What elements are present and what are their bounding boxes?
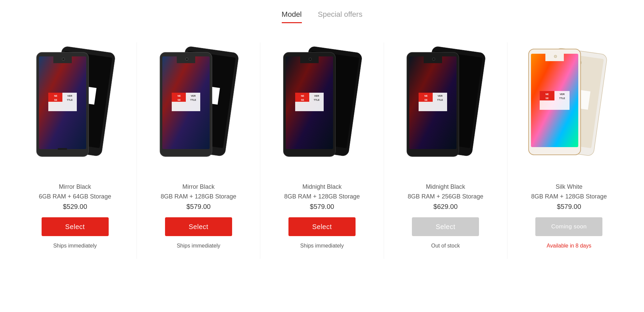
product-status-5: Available in 8 days — [547, 243, 591, 249]
svg-point-18 — [62, 58, 65, 60]
svg-text:TTLE: TTLE — [190, 99, 196, 101]
product-price-1: $529.00 — [63, 203, 87, 211]
svg-text:VER: VER — [191, 95, 196, 97]
svg-text:SE: SE — [301, 99, 304, 101]
tab-model[interactable]: Model — [282, 10, 302, 22]
svg-text:SE: SE — [177, 99, 181, 101]
select-button-2[interactable]: Select — [165, 217, 232, 236]
product-status-1: Ships immediately — [53, 243, 97, 249]
svg-text:SE: SE — [425, 99, 428, 101]
svg-text:NE: NE — [177, 95, 181, 97]
tabs: Model Special offers — [282, 10, 363, 22]
product-card-5: NE SE VER TTLE Silk White 8GB RAM + 128G… — [507, 42, 631, 259]
product-image-5: NE SE VER TTLE — [514, 42, 624, 177]
product-status-4: Out of stock — [431, 243, 460, 249]
product-storage-1: 6GB RAM + 64GB Storage — [39, 193, 111, 200]
product-card-4: NE SE VER TTLE Midnight Black 8GB RAM + … — [384, 42, 507, 259]
svg-text:VER: VER — [438, 95, 442, 97]
product-name-3: Midnight Black — [302, 183, 341, 190]
svg-text:NE: NE — [301, 95, 304, 97]
product-price-5: $579.00 — [557, 203, 581, 211]
svg-text:NE: NE — [546, 93, 549, 95]
svg-point-44 — [309, 58, 312, 60]
svg-point-77 — [554, 55, 557, 58]
product-name-1: Mirror Black — [59, 183, 91, 190]
product-image-1: NEVER SETTLE NE SE — [20, 42, 130, 177]
product-storage-2: 8GB RAM + 128GB Storage — [161, 193, 236, 200]
svg-text:SE: SE — [54, 99, 57, 101]
products-grid: NEVER SETTLE NE SE — [13, 42, 631, 259]
svg-text:VER: VER — [314, 95, 319, 97]
select-button-4: Select — [412, 217, 479, 236]
svg-text:NE: NE — [54, 95, 57, 97]
product-status-3: Ships immediately — [300, 243, 344, 249]
svg-point-32 — [185, 58, 188, 60]
svg-text:TTLE: TTLE — [67, 99, 73, 101]
svg-rect-17 — [58, 148, 67, 150]
tab-special-offers[interactable]: Special offers — [318, 10, 363, 22]
svg-text:SE: SE — [546, 97, 549, 99]
product-card-3: NE SE VER TTLE Midnight Black 8GB RAM + … — [260, 42, 384, 259]
product-storage-5: 8GB RAM + 128GB Storage — [531, 193, 607, 200]
product-storage-3: 8GB RAM + 128GB Storage — [284, 193, 360, 200]
product-name-5: Silk White — [555, 183, 582, 190]
product-price-4: $629.00 — [433, 203, 458, 211]
product-image-2: NE SE VER TTLE — [144, 42, 253, 177]
product-name-4: Midnight Black — [426, 183, 465, 190]
product-status-2: Ships immediately — [177, 243, 220, 249]
svg-text:VER: VER — [67, 95, 72, 97]
page-container: Model Special offers NEVER SETTLE NE — [0, 0, 644, 312]
product-image-4: NE SE VER TTLE — [391, 42, 500, 177]
svg-text:VER: VER — [560, 93, 565, 95]
svg-text:TTLE: TTLE — [314, 99, 320, 101]
select-button-1[interactable]: Select — [42, 217, 109, 236]
product-storage-4: 8GB RAM + 256GB Storage — [408, 193, 483, 200]
svg-text:NE: NE — [424, 95, 428, 97]
svg-text:TTLE: TTLE — [437, 99, 443, 101]
svg-text:TTLE: TTLE — [559, 97, 566, 99]
product-name-2: Mirror Black — [182, 183, 215, 190]
svg-point-58 — [432, 58, 435, 60]
product-price-2: $579.00 — [186, 203, 211, 211]
product-card-1: NEVER SETTLE NE SE — [13, 42, 137, 259]
product-image-3: NE SE VER TTLE — [267, 42, 377, 177]
product-card-2: NE SE VER TTLE Mirror Black 8GB RAM + 12… — [137, 42, 260, 259]
select-button-5: Coming soon — [535, 217, 602, 236]
product-price-3: $579.00 — [310, 203, 334, 211]
select-button-3[interactable]: Select — [288, 217, 356, 236]
